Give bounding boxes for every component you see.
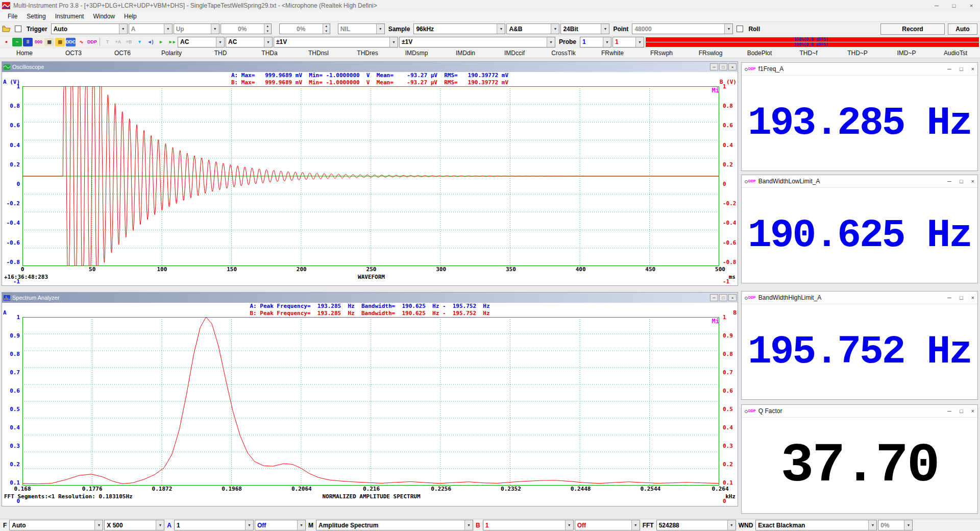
minimize-button[interactable]: ─ xyxy=(928,0,945,11)
ddp-titlebar[interactable]: DDP BandWidthHighLimit_A ─ □ × xyxy=(742,292,977,304)
menu-window[interactable]: Window xyxy=(88,12,119,21)
close-button[interactable]: × xyxy=(963,0,980,11)
ddp-minimize-button[interactable]: ─ xyxy=(947,178,951,184)
tab-audiotst[interactable]: AudioTst xyxy=(931,48,980,58)
record-icon[interactable]: ● xyxy=(2,38,11,46)
ddp-restore-button[interactable]: □ xyxy=(960,178,963,184)
ddp-close-button[interactable]: × xyxy=(971,408,974,414)
spectrum-3d-plot-icon[interactable]: ▦ xyxy=(44,38,54,46)
a-processing-select[interactable]: Off▼ xyxy=(255,520,306,530)
trigger-edge-select[interactable]: Up▼ xyxy=(174,23,219,34)
spectrum-plot[interactable]: Mi xyxy=(22,317,720,486)
tab-frswph[interactable]: FRswph xyxy=(637,48,686,58)
oscilloscope-plot[interactable]: Mi xyxy=(22,86,720,266)
ddp-restore-button[interactable]: □ xyxy=(960,66,963,72)
trigger-source-select[interactable]: A▼ xyxy=(129,23,173,34)
spectrum-restore-button[interactable]: □ xyxy=(719,294,727,301)
tab-thd~p[interactable]: THD~P xyxy=(833,48,882,58)
tab-imddin[interactable]: IMDdin xyxy=(441,48,490,58)
tab-thdres[interactable]: THDres xyxy=(343,48,392,58)
speaker-icon[interactable]: ◄) xyxy=(145,38,155,46)
ddp-restore-button[interactable]: □ xyxy=(960,295,963,301)
menu-instrument[interactable]: Instrument xyxy=(51,12,89,21)
signal-generator-icon[interactable]: ∿ xyxy=(77,38,86,46)
a-scale-select[interactable]: 1▼ xyxy=(174,520,254,530)
tab-frswlog[interactable]: FRswlog xyxy=(686,48,735,58)
open-file-icon[interactable] xyxy=(2,25,11,33)
ddp-minimize-button[interactable]: ─ xyxy=(947,295,951,301)
menu-file[interactable]: File xyxy=(3,12,22,21)
coupling-b-select[interactable]: AC▼ xyxy=(226,37,273,47)
scope-restore-button[interactable]: □ xyxy=(719,63,727,70)
points-select[interactable]: 48000▼ xyxy=(632,23,733,34)
b-scale-select[interactable]: 1▼ xyxy=(483,520,574,530)
range-b-select[interactable]: ±1V▼ xyxy=(399,37,555,47)
auto-button[interactable]: Auto xyxy=(948,23,977,35)
tab-imdccif[interactable]: IMDccif xyxy=(490,48,539,58)
menu-help[interactable]: Help xyxy=(119,12,141,21)
tab-imd~p[interactable]: IMD~P xyxy=(882,48,931,58)
scope-close-button[interactable]: × xyxy=(728,63,737,70)
bit-depth-select[interactable]: 24Bit▼ xyxy=(560,23,609,34)
trigger-delay-spinner[interactable]: 0% ▲▼ xyxy=(279,23,330,34)
play-loop-icon[interactable]: ►▸ xyxy=(167,38,177,46)
ddp-viewer-icon[interactable]: DDP xyxy=(87,38,97,46)
sample-rate-select[interactable]: 96kHz▼ xyxy=(413,23,505,34)
spectrum-close-button[interactable]: × xyxy=(728,294,737,301)
play-icon[interactable]: ► xyxy=(156,38,166,46)
spectrum-analyzer-icon[interactable]: ll xyxy=(23,38,33,46)
ddp-minimize-button[interactable]: ─ xyxy=(947,66,951,72)
tab-oct6[interactable]: OCT6 xyxy=(98,48,147,58)
spinner-arrows-icon[interactable]: ▲▼ xyxy=(323,24,330,34)
tab-thd[interactable]: THD xyxy=(196,48,245,58)
range-a-select[interactable]: ±1V▼ xyxy=(274,37,398,47)
multimeter-icon[interactable]: 000 xyxy=(34,38,43,46)
tab-thda[interactable]: THDa xyxy=(245,48,294,58)
tab-imdsmp[interactable]: IMDsmp xyxy=(392,48,441,58)
oscilloscope-titlebar[interactable]: Oscilloscope ─ □ × xyxy=(2,62,738,72)
data-logger-icon[interactable]: ▤ xyxy=(55,38,65,46)
window-function-select[interactable]: Exact Blackman▼ xyxy=(755,520,877,530)
oscilloscope-icon[interactable]: ~ xyxy=(12,38,22,46)
probe-b-select[interactable]: 1▼ xyxy=(612,37,644,47)
b-processing-select[interactable]: Off▼ xyxy=(575,520,640,530)
tab-thdnsl[interactable]: THDnsl xyxy=(294,48,343,58)
tab-frwhite[interactable]: FRwhite xyxy=(588,48,637,58)
tab-crosstlk[interactable]: CrossTlk xyxy=(539,48,588,58)
derived-data-curve-icon[interactable]: DDC xyxy=(66,38,76,46)
tab-polarity[interactable]: Polarity xyxy=(147,48,196,58)
spectrum-titlebar[interactable]: Spectrum Analyzer ─ □ × xyxy=(2,293,738,303)
trigger-frequency-select[interactable]: NIL▼ xyxy=(338,23,385,34)
trigger-mode-select[interactable]: Auto▼ xyxy=(51,23,128,34)
trigger-level-spinner[interactable]: 0% ▲▼ xyxy=(220,23,272,34)
trigger-checkbox[interactable] xyxy=(15,26,21,32)
tab-thd~f[interactable]: THD~f xyxy=(784,48,833,58)
ddp-restore-button[interactable]: □ xyxy=(960,408,963,414)
zoom-factor-select[interactable]: X 500▼ xyxy=(104,520,164,530)
record-button[interactable]: Record xyxy=(880,23,945,35)
ddp-minimize-button[interactable]: ─ xyxy=(947,408,951,414)
tab-bodeplot[interactable]: BodePlot xyxy=(735,48,784,58)
titlebar[interactable]: Multi-Instrument Pro 3.8 - [+3DP+DLG+LCR… xyxy=(0,0,980,11)
freq-axis-mode-select[interactable]: Auto▼ xyxy=(9,520,103,530)
ddp-close-button[interactable]: × xyxy=(971,295,974,301)
tab-home[interactable]: Home xyxy=(0,48,49,58)
spectrum-minimize-button[interactable]: ─ xyxy=(710,294,718,301)
probe-drop-icon[interactable]: ▼ xyxy=(135,38,144,46)
ddp-titlebar[interactable]: DDP BandWidthLowLimit_A ─ □ × xyxy=(742,175,977,188)
spinner-arrows-icon[interactable]: ▲▼ xyxy=(264,24,271,34)
coupling-a-select[interactable]: AC▼ xyxy=(178,37,225,47)
ddp-close-button[interactable]: × xyxy=(971,178,974,184)
menu-setting[interactable]: Setting xyxy=(22,12,50,21)
ddp-titlebar[interactable]: DDP Q Factor ─ □ × xyxy=(742,405,977,418)
scope-minimize-button[interactable]: ─ xyxy=(710,63,718,70)
display-mode-select[interactable]: Amplitude Spectrum▼ xyxy=(316,520,473,530)
channels-select[interactable]: A&B▼ xyxy=(506,23,559,34)
probe-a-select[interactable]: 1▼ xyxy=(580,37,611,47)
ddp-titlebar[interactable]: DDP f1Freq_A ─ □ × xyxy=(742,63,977,76)
maximize-button[interactable]: □ xyxy=(945,0,963,11)
overlap-select[interactable]: 0%▼ xyxy=(878,520,913,530)
fft-size-select[interactable]: 524288▼ xyxy=(656,520,736,530)
roll-checkbox[interactable] xyxy=(737,26,743,32)
tab-oct3[interactable]: OCT3 xyxy=(49,48,98,58)
